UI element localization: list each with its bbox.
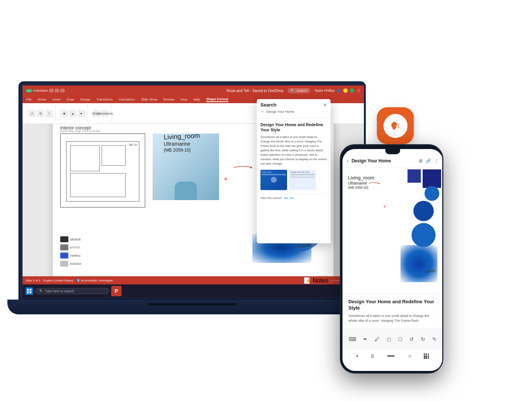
- phone-nav-dot: [357, 355, 358, 357]
- sp-thumb-circle-1: [271, 177, 277, 183]
- win-logo-cell: [30, 291, 31, 293]
- phone-screen: ‹ Design Your Home ⊞ 🔗 ⋮: [342, 149, 443, 371]
- ph-redo-btn[interactable]: ↻: [421, 336, 425, 342]
- ph-lasso-btn[interactable]: ✎: [432, 336, 437, 342]
- toolbar-group-2: ■ ▲ ●: [58, 105, 88, 122]
- tab-animations[interactable]: Animations: [119, 98, 135, 101]
- search-panel-body: Design Your Home and Redefine Your Style…: [257, 118, 331, 243]
- sp-back-button[interactable]: ←: [260, 109, 265, 114]
- taskbar-search-placeholder: Type here to search: [45, 289, 74, 293]
- sp-thumb-2-inner: Design Your Home and: [289, 170, 316, 190]
- sp-close-button[interactable]: ✕: [323, 102, 327, 108]
- ph-paint-splat: [400, 245, 437, 282]
- tab-transitions[interactable]: Transitions: [96, 98, 113, 101]
- tab-file[interactable]: File: [26, 98, 32, 101]
- phone-info-title: Design Your Home and Redefine Your Style: [348, 299, 437, 311]
- samsung-icon-inner: 🗣: [383, 114, 407, 138]
- ph-hw-line1: Living_room: [348, 175, 380, 180]
- phone-info-text: Sometimes all it takes is one small deta…: [348, 314, 437, 324]
- sp-yes-link[interactable]: Yes: [283, 196, 288, 200]
- ppt-search-bar[interactable]: 🔍 Search: [288, 88, 310, 93]
- maximize-button[interactable]: [350, 88, 354, 93]
- sp-no-link[interactable]: No: [290, 196, 293, 200]
- tab-design[interactable]: Design: [80, 98, 91, 101]
- fp-room2: [102, 145, 126, 166]
- toolbar-btn-4[interactable]: ■: [61, 110, 68, 117]
- statusbar-left: Slide 3 of 3 English (United States) ♿ A…: [25, 279, 300, 282]
- format-icon[interactable]: [60, 89, 65, 92]
- ph-red-arrow: [369, 182, 380, 185]
- share-icon: 👤: [337, 89, 341, 92]
- toolbar-btn-1[interactable]: A: [28, 110, 36, 117]
- undo-icon[interactable]: [49, 89, 54, 92]
- ph-keyboard-btn[interactable]: ⌨: [349, 336, 356, 342]
- samsung-notes-icon[interactable]: 🗣: [377, 107, 414, 144]
- phone-nav-grid[interactable]: [424, 354, 429, 359]
- minimize-button[interactable]: [343, 88, 348, 93]
- phone-nav-back[interactable]: |||: [371, 354, 374, 358]
- ph-blue-circle3: [412, 223, 436, 247]
- sp-breadcrumb: Design Your Home: [266, 110, 294, 114]
- phone-notch: [385, 149, 400, 154]
- tab-review[interactable]: Review: [163, 98, 174, 101]
- ph-pen-btn[interactable]: ✒: [363, 336, 368, 342]
- ph-eraser-btn[interactable]: ◻: [387, 336, 391, 342]
- tab-draw[interactable]: Draw: [66, 98, 74, 101]
- sp-thumb-2[interactable]: Design Your Home and: [289, 170, 316, 190]
- ppt-title: Show and Tell - Saved to OneDrive: [226, 89, 283, 93]
- toolbar-group-1: A B I: [26, 105, 55, 122]
- ph-highlighter-btn[interactable]: 🖊: [375, 336, 380, 342]
- toolbar-btn-6[interactable]: ●: [78, 110, 85, 117]
- sp-thumb-row-1: [262, 174, 286, 175]
- sp-useful-text: Was this useful?: [260, 196, 282, 200]
- tab-help[interactable]: Help: [193, 98, 200, 101]
- sp-thumb-row-3: [290, 176, 315, 178]
- phone-attach-icon[interactable]: 🔗: [426, 158, 431, 163]
- phone-nav-recents[interactable]: ◁: [408, 354, 411, 358]
- toolbar-btn-5[interactable]: ▲: [69, 110, 76, 117]
- sp-nav: ← Design Your Home: [260, 109, 327, 114]
- tab-slideshow[interactable]: Slide Show: [141, 98, 157, 101]
- taskbar-search[interactable]: 🔍 Type here to search: [35, 288, 109, 294]
- swatch-silver: [60, 261, 68, 267]
- win-logo-grid: [27, 289, 31, 293]
- ph-blue-circle1: [424, 186, 439, 201]
- search-label: Search: [296, 89, 307, 92]
- phone-more-icon[interactable]: ⋮: [434, 158, 439, 163]
- toolbar-group-3: Share Comments: [91, 105, 111, 122]
- notes-btn[interactable]: 📝 Notes: [304, 277, 328, 284]
- swatch-label-silver: #C0C0C0: [70, 263, 81, 265]
- ph-shape-btn[interactable]: ⬡: [398, 336, 402, 342]
- autosave-toggle[interactable]: ON: [25, 89, 33, 92]
- red-star-annotation: ✳: [224, 176, 228, 182]
- sp-doc-title: Design Your Home and Redefine Your Style: [260, 122, 327, 133]
- toolbar-btn-3[interactable]: I: [45, 110, 53, 117]
- color-swatches: #2E2E2E #777777 #3355CC: [60, 236, 81, 267]
- win-taskbar: 🔍 Type here to search P ▲ ▶ 🔊 ENG: [23, 284, 364, 298]
- ph-red-star: ✳: [383, 205, 386, 209]
- autosave-label: AutoSave: [34, 89, 48, 92]
- tab-insert[interactable]: Insert: [52, 98, 61, 101]
- swatch-label-gray: #777777: [70, 246, 80, 249]
- tab-view[interactable]: View: [180, 98, 187, 101]
- sp-title-row: Search ✕: [260, 102, 327, 108]
- sp-thumb-1[interactable]: Living_room: [260, 170, 287, 190]
- swatch-label-blue: #3355CC: [70, 254, 81, 257]
- phone-doc-title: Design Your Home: [352, 158, 416, 163]
- toolbar-btn-2[interactable]: B: [37, 110, 44, 117]
- tab-shape-format[interactable]: Shape Format: [206, 97, 228, 102]
- tab-home[interactable]: Home: [38, 98, 47, 101]
- phone-back-button[interactable]: ‹: [347, 158, 349, 164]
- comments-btn[interactable]: Comments: [101, 110, 109, 117]
- ph-hw-line2: Ultramarine: [348, 181, 380, 185]
- close-button[interactable]: [357, 88, 361, 93]
- ngc4: [424, 355, 425, 357]
- win-start-button[interactable]: [25, 287, 33, 295]
- win-logo-cell: [27, 289, 29, 291]
- phone-home-pill[interactable]: [387, 355, 395, 357]
- redo-icon[interactable]: [55, 89, 59, 92]
- ph-undo-btn[interactable]: ↺: [409, 336, 414, 342]
- ppt-taskbar-icon[interactable]: P: [111, 286, 122, 296]
- titlebar-right: Taylor Phillips 👤: [314, 88, 361, 93]
- phone-layout-icon[interactable]: ⊞: [419, 158, 423, 163]
